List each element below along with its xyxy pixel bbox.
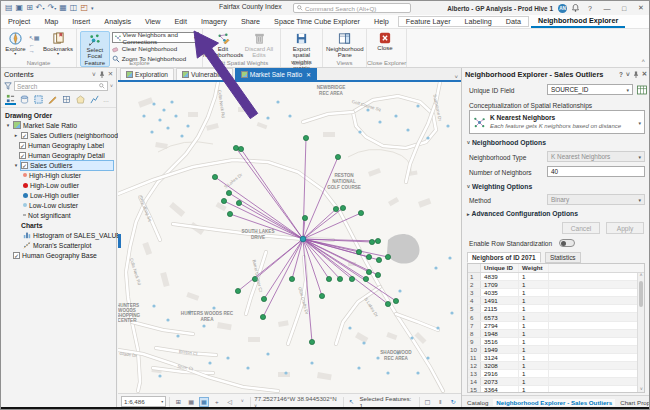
- list-by-labeling-icon[interactable]: [75, 94, 86, 105]
- feature-point[interactable]: [276, 100, 279, 103]
- method-select[interactable]: Binary▾: [547, 194, 645, 205]
- status-more-icon[interactable]: ˅: [237, 397, 247, 407]
- feature-point[interactable]: [186, 124, 189, 127]
- layer-checkbox[interactable]: ✓: [21, 162, 28, 169]
- feature-point[interactable]: [436, 326, 439, 329]
- neighbor-point[interactable]: [236, 200, 241, 205]
- neighbor-point[interactable]: [309, 339, 314, 344]
- feature-point[interactable]: [448, 256, 451, 259]
- table-row[interactable]: 1420731: [468, 378, 644, 386]
- feature-point[interactable]: [446, 124, 449, 127]
- discard-all-edits-button[interactable]: Discard All Edits: [242, 31, 276, 59]
- layer-checkbox[interactable]: ✓: [21, 132, 28, 139]
- neighbor-point[interactable]: [349, 276, 354, 281]
- menu-tab-imagery[interactable]: Imagery: [194, 15, 234, 28]
- feature-point[interactable]: [166, 318, 169, 321]
- view-tab-market-sale-ratio[interactable]: Market Sale Ratio✕: [235, 68, 317, 80]
- table-row[interactable]: 148391: [468, 273, 644, 281]
- layer-checkbox[interactable]: ✓: [19, 142, 26, 149]
- feature-point[interactable]: [212, 306, 215, 309]
- table-row[interactable]: 414911: [468, 297, 644, 305]
- feature-point[interactable]: [158, 118, 161, 121]
- notifications-icon[interactable]: [572, 4, 579, 12]
- table-row[interactable]: 1329161: [468, 370, 644, 378]
- list-by-data-source-icon[interactable]: [19, 94, 30, 105]
- neighbor-point[interactable]: [226, 190, 231, 195]
- pin-icon[interactable]: [99, 71, 105, 78]
- neighbor-point[interactable]: [366, 254, 371, 259]
- refresh-icon[interactable]: ↻: [448, 397, 458, 407]
- neighbor-point[interactable]: [356, 249, 361, 254]
- add-data-icon[interactable]: ⊞: [26, 3, 33, 13]
- neighbor-point[interactable]: [369, 239, 374, 244]
- neighbor-point[interactable]: [261, 296, 266, 301]
- neighbor-point[interactable]: [335, 154, 340, 159]
- tree-item-human-geography-detail[interactable]: ✓ Human Geography Detail: [5, 150, 116, 160]
- avatar[interactable]: AN: [558, 4, 567, 13]
- menu-tab-data[interactable]: Data: [499, 17, 528, 26]
- save-icon[interactable]: ▣: [16, 3, 24, 13]
- menu-tab-space-time-cube-explorer[interactable]: Space Time Cube Explorer: [267, 15, 367, 28]
- map-canvas[interactable]: NEWBRIDGEREC AREAGolf Course SqSoapstone…: [118, 82, 461, 393]
- neighbor-point[interactable]: [235, 288, 240, 293]
- feature-point[interactable]: [434, 266, 437, 269]
- grid-toggle-icon[interactable]: ▦: [199, 397, 209, 407]
- neighbor-point[interactable]: [337, 276, 342, 281]
- conceptualization-select[interactable]: K Nearest Neighbors Each feature gets K …: [469, 110, 645, 134]
- layout-tool-icon[interactable]: ◫: [70, 3, 78, 13]
- table-row[interactable]: 665731: [468, 313, 644, 321]
- close-explorer-button[interactable]: Close: [370, 31, 400, 51]
- neighbor-point[interactable]: [385, 301, 390, 306]
- neighbor-point[interactable]: [289, 276, 294, 281]
- table-row[interactable]: 521151: [468, 305, 644, 313]
- feature-point[interactable]: [416, 104, 419, 107]
- feature-point[interactable]: [142, 114, 145, 117]
- section-advanced-options[interactable]: ▸Advanced Configuration Options: [467, 210, 578, 217]
- close-tab-icon[interactable]: ✕: [306, 71, 311, 78]
- neighbors-table[interactable]: Unique ID Weight 14839121709134035141491…: [467, 263, 645, 393]
- pause-drawing-icon[interactable]: ‖: [435, 397, 445, 407]
- neighbor-point[interactable]: [376, 257, 381, 262]
- feature-point[interactable]: [410, 336, 413, 339]
- map-scale-select[interactable]: 1:6,486▾: [121, 396, 166, 407]
- field-table-icon[interactable]: [637, 85, 647, 95]
- neighbor-point[interactable]: [303, 135, 308, 140]
- tree-item-sales-outliers-neighborhood[interactable]: ▸✓ Sales Outliers (neighborhood): [5, 130, 116, 140]
- add-feature-icon[interactable]: ⊞: [173, 397, 183, 407]
- table-row[interactable]: 935161: [468, 338, 644, 346]
- list-by-charts-icon[interactable]: [89, 94, 100, 105]
- neighbor-point[interactable]: [393, 298, 398, 303]
- feature-point[interactable]: [386, 371, 389, 374]
- neighbor-point[interactable]: [319, 293, 324, 298]
- table-row[interactable]: 1533641: [468, 386, 644, 393]
- neighborhood-pane-button[interactable]: Neighborhood Pane: [326, 31, 364, 59]
- paste-icon[interactable]: ◰: [80, 3, 88, 13]
- pane-close-icon[interactable]: ✕: [642, 70, 647, 78]
- feature-point[interactable]: [358, 130, 361, 133]
- filter-icon[interactable]: [4, 82, 12, 90]
- unique-id-select[interactable]: SOURCE_ID▾: [547, 84, 633, 95]
- tree-item-moran-scatterplot[interactable]: Moran's Scatterplot: [5, 240, 116, 250]
- toolbar-more-icon[interactable]: …: [103, 97, 109, 103]
- feature-point[interactable]: [174, 114, 177, 117]
- layer-checkbox[interactable]: ✓: [13, 252, 20, 259]
- menu-tab-share[interactable]: Share: [234, 15, 267, 28]
- list-by-snapping-icon[interactable]: [61, 94, 72, 105]
- contents-menu-icon[interactable]: ˅: [92, 71, 96, 78]
- focal-feature-point[interactable]: [300, 236, 306, 242]
- crosshair-icon[interactable]: +: [212, 397, 222, 407]
- tree-item-human-geography-label[interactable]: ✓ Human Geography Label: [5, 140, 116, 150]
- neighbor-point[interactable]: [375, 272, 380, 277]
- feature-point[interactable]: [288, 114, 291, 117]
- feature-point[interactable]: [208, 361, 211, 364]
- edit-neighborhoods-button[interactable]: Edit Neighborhoods: [206, 31, 240, 59]
- view-tab-exploration[interactable]: Exploration: [120, 68, 174, 80]
- message-icon[interactable]: ◁: [225, 397, 235, 407]
- row-standardization-toggle[interactable]: [559, 239, 575, 247]
- feature-point[interactable]: [310, 361, 313, 364]
- feature-point[interactable]: [398, 289, 401, 292]
- feature-point[interactable]: [426, 356, 429, 359]
- feature-point[interactable]: [226, 356, 229, 359]
- bottom-tab-chart-properties[interactable]: Chart Properties: [617, 399, 650, 406]
- feature-point[interactable]: [180, 134, 183, 137]
